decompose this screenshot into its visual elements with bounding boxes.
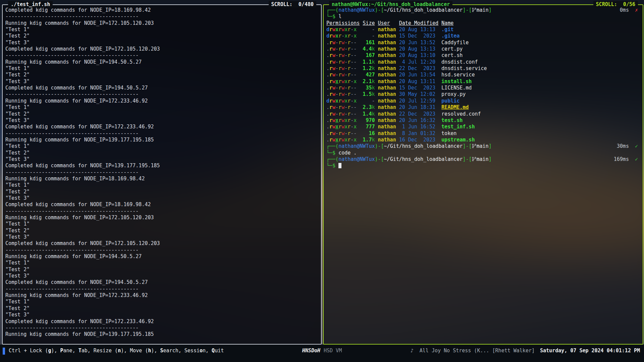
terminal-line: ----------------------------------------… [5, 169, 321, 176]
keybinding-hints: Ctrl + Lock (g), Pane, Tab, Resize (n), … [9, 348, 224, 354]
left-pane-body: Completed kdig commands for NODE_IP=18.1… [3, 5, 321, 344]
terminal-line: "Test 1" [5, 299, 321, 305]
command-status: 30ms✓ [617, 143, 638, 149]
git-branch-icon [472, 143, 476, 150]
terminal-line: Running kdig commands for NODE_IP=139.17… [5, 331, 321, 338]
terminal-line: "Test 3" [5, 312, 321, 318]
file-row: .rw-rw-r--167nathan20 Aug 13:10cert.sh [326, 52, 643, 59]
file-row: .rw-rw-r--427nathan20 Jun 13:54hsd.servi… [326, 72, 643, 78]
mode-indicator [3, 348, 5, 355]
git-branch-icon [472, 157, 476, 163]
terminal-pane-left[interactable]: ./test_inf.sh SCROLL: 0/480 Completed kd… [2, 4, 322, 345]
terminal-line: Completed kdig commands for NODE_IP=172.… [5, 318, 321, 325]
terminal-line: Completed kdig commands for NODE_IP=172.… [5, 124, 321, 130]
file-row: .rw-rw-r--161nathan20 Jun 13:52Caddyfile [326, 40, 643, 46]
terminal-line: "Test 3" [5, 234, 321, 240]
tab-hnsdoh[interactable]: HNSDoH [302, 348, 320, 354]
terminal-line: Running kdig commands for NODE_IP=194.50… [5, 59, 321, 65]
terminal-cursor [338, 163, 341, 168]
terminal-line: Completed kdig commands for NODE_IP=194.… [5, 279, 321, 286]
command-line: └─$ code . [326, 150, 643, 156]
terminal-line: Running kdig commands for NODE_IP=18.169… [5, 176, 321, 182]
file-row: drwxrwxr-x-nathan20 Jul 12:59public [326, 98, 643, 104]
terminal-line: ----------------------------------------… [5, 286, 321, 292]
file-row: .rw-rw-r--1.1knathan 4 Jul 12:20dnsdist.… [326, 59, 643, 65]
terminal-line: ----------------------------------------… [5, 208, 321, 215]
terminal-line: "Test 2" [5, 150, 321, 156]
terminal-line: "Test 2" [5, 33, 321, 39]
terminal-line: "Test 3" [5, 273, 321, 279]
terminal-line: Running kdig commands for NODE_IP=172.23… [5, 292, 321, 299]
file-row: .rwxrwxr-x2.1knathan20 Aug 13:11install.… [326, 78, 643, 85]
file-row: .rwxrwxr-x777nathan 1 Jun 16:52test_inf.… [326, 124, 643, 130]
terminal-line: "Test 3" [5, 117, 321, 124]
terminal-line: "Test 1" [5, 26, 321, 33]
git-branch-icon [472, 7, 476, 14]
terminal-line: Running kdig commands for NODE_IP=172.10… [5, 20, 321, 26]
terminal-line: ----------------------------------------… [5, 13, 321, 20]
tab-bar: HNSDoHHSD VM [302, 348, 342, 354]
terminal-line: Running kdig commands for NODE_IP=172.10… [5, 215, 321, 221]
now-playing-text: All Joy No Stress (K... [Rhett Walker] [420, 348, 535, 354]
terminal-line: Completed kdig commands for NODE_IP=18.1… [5, 201, 321, 208]
file-row: drwxrwxr-x-nathan20 Aug 13:13.git [326, 26, 643, 33]
file-row: .rw-rw-r--35knathan15 Dec 2023LICENSE.md [326, 85, 643, 91]
terminal-line: Running kdig commands for NODE_IP=139.17… [5, 137, 321, 143]
terminal-line: "Test 1" [5, 260, 321, 266]
file-row: .rw-rw-r--2.3knathan20 Jun 18:31README.m… [326, 104, 643, 111]
file-row: .rw-rw-r--16nathan 8 Jan 01:32token [326, 130, 643, 137]
terminal-line: "Test 2" [5, 189, 321, 195]
terminal-line: ----------------------------------------… [5, 130, 321, 137]
terminal-line: Completed kdig commands for NODE_IP=194.… [5, 85, 321, 91]
terminal-line: Completed kdig commands for NODE_IP=139.… [5, 163, 321, 169]
music-note-icon: ♪ [411, 348, 414, 354]
terminal-line: "Test 1" [5, 104, 321, 111]
terminal-line: Completed kdig commands for NODE_IP=172.… [5, 240, 321, 247]
terminal-line: ----------------------------------------… [5, 91, 321, 98]
clock: Saturday, 07 Sep 2024 04:01:12 PM [540, 348, 640, 354]
file-row: drwxr-xr-x-nathan15 Dec 2023.gitea [326, 33, 643, 39]
terminal-line: "Test 1" [5, 182, 321, 188]
command-line: └─$ l [326, 13, 643, 20]
terminal-line: "Test 3" [5, 40, 321, 46]
terminal-line: "Test 2" [5, 72, 321, 78]
command-status: 0ms✗ [620, 7, 638, 13]
terminal-line: ----------------------------------------… [5, 247, 321, 253]
terminal-line: "Test 2" [5, 266, 321, 273]
terminal-line: "Test 1" [5, 221, 321, 227]
file-row: .rw-rw-r--1.4knathan22 Dec 2023resolved.… [326, 111, 643, 117]
terminal-pane-right[interactable]: nathan@NWTux:~/Git/hns_doh_loadbalancer … [323, 4, 643, 345]
file-row: .rw-rw-r--4.4knathan20 Aug 13:13cert.py [326, 46, 643, 52]
statusbar-right: ♪ All Joy No Stress (K... [Rhett Walker]… [411, 348, 640, 354]
terminal-line: ----------------------------------------… [5, 52, 321, 59]
terminal-line: "Test 3" [5, 195, 321, 201]
file-row: .rw-rw-r--1.5knathan30 May 12:02proxy.py [326, 91, 643, 98]
terminal-line: ----------------------------------------… [5, 325, 321, 331]
terminal-line: Completed kdig commands for NODE_IP=18.1… [5, 7, 321, 13]
file-row: .rwxrwxr-x1.7knathan16 Dec 2023upstream.… [326, 137, 643, 143]
status-bar: Ctrl + Lock (g), Pane, Tab, Resize (n), … [0, 345, 644, 362]
command-line: └─$ [326, 163, 643, 169]
terminal-line: "Test 3" [5, 156, 321, 163]
command-status: 169ms✓ [614, 156, 638, 163]
now-playing: ♪ All Joy No Stress (K... [Rhett Walker] [411, 348, 535, 354]
terminal-line: "Test 2" [5, 305, 321, 312]
terminal-line: "Test 3" [5, 78, 321, 85]
right-pane-body: ┌──(nathan@NWTux)-[~/Git/hns_doh_loadbal… [324, 5, 643, 344]
prompt-line: ┌──(nathan@NWTux)-[~/Git/hns_doh_loadbal… [326, 143, 643, 149]
prompt-line: ┌──(nathan@NWTux)-[~/Git/hns_doh_loadbal… [326, 7, 643, 13]
terminal-line: Running kdig commands for NODE_IP=172.23… [5, 98, 321, 104]
terminal-line: Running kdig commands for NODE_IP=194.50… [5, 253, 321, 260]
file-row: .rwxrwxr-x970nathan20 Jun 16:32test.sh [326, 117, 643, 124]
listing-header: PermissionsSizeUserDate ModifiedName [326, 20, 643, 26]
terminal-line: "Test 1" [5, 65, 321, 72]
terminal-line: Completed kdig commands for NODE_IP=172.… [5, 46, 321, 52]
file-row: .rw-rw-r--1.2knathan22 Dec 2023dnsdist.s… [326, 65, 643, 72]
prompt-line: ┌──(nathan@NWTux)-[~/Git/hns_doh_loadbal… [326, 156, 643, 163]
terminal-line: "Test 2" [5, 228, 321, 234]
terminal-line: "Test 2" [5, 111, 321, 117]
terminal-line: "Test 1" [5, 143, 321, 149]
tab-hsd-vm[interactable]: HSD VM [324, 348, 342, 354]
